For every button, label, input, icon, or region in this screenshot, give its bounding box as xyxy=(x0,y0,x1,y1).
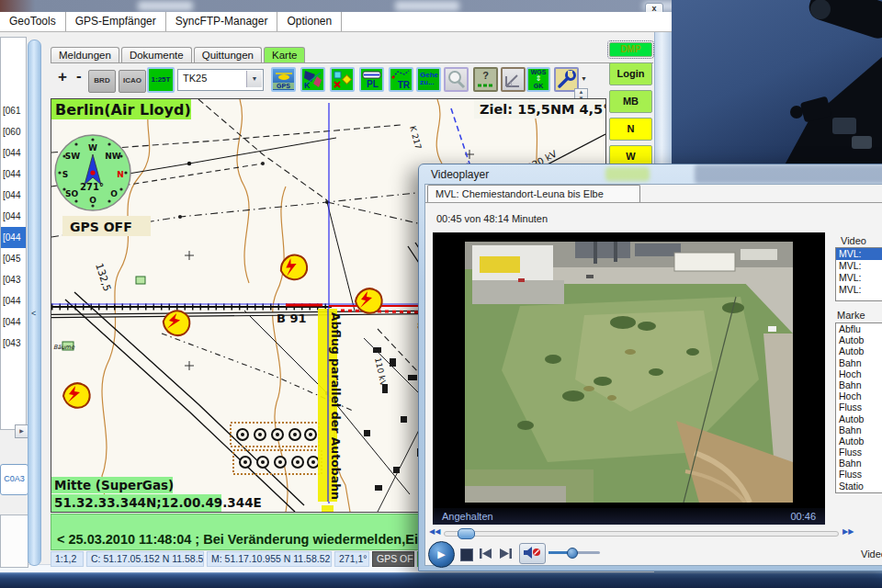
gps-off-label: GPS OFF xyxy=(70,220,132,234)
marker-list-item[interactable]: Fluss xyxy=(836,469,882,480)
marker-toggle-button[interactable] xyxy=(330,67,355,92)
chevron-down-icon[interactable]: ▼ xyxy=(246,71,262,87)
marker-list-item[interactable]: Hoch xyxy=(836,390,882,401)
marker-list-item[interactable]: Autob xyxy=(836,334,882,345)
marker-list-item[interactable]: Abflu xyxy=(836,323,882,334)
stop-button[interactable] xyxy=(460,548,473,561)
status-heading: 271,1° xyxy=(334,551,369,567)
map-series-select[interactable]: TK25 ▼ xyxy=(177,69,264,91)
icao-button[interactable]: ICAO xyxy=(119,70,146,93)
side-button[interactable]: MB xyxy=(609,90,652,113)
gehe-zu-button[interactable]: Gehe zu... xyxy=(416,67,441,92)
video-panel[interactable]: Angehalten 00:46 xyxy=(433,232,825,525)
video-tab[interactable]: MVL: Chemiestandort-Leuna bis Elbe xyxy=(427,185,640,202)
message-id-list[interactable]: [061[060[044[044[044[044[044[045[043[044… xyxy=(0,37,27,430)
video-list-item[interactable]: MVL: xyxy=(836,260,882,272)
menu-item[interactable]: GeoTools xyxy=(0,12,66,31)
svg-text:NW: NW xyxy=(105,152,121,161)
svg-text:N: N xyxy=(117,170,124,179)
brd-button[interactable]: BRD xyxy=(88,70,116,93)
scroll-right-arrow-icon[interactable]: ▶ xyxy=(15,424,28,438)
list-item[interactable]: [043 xyxy=(1,269,26,290)
list-item[interactable]: [060 xyxy=(1,121,26,142)
svg-text:SO: SO xyxy=(65,189,78,198)
volume-thumb[interactable] xyxy=(567,548,578,559)
marker-list-item[interactable]: Hoch xyxy=(836,368,882,379)
marker-list-item[interactable]: Bahn xyxy=(836,424,882,435)
video-list-item[interactable]: MVL: xyxy=(836,272,882,284)
scale-1-25t-button[interactable]: 1:25T xyxy=(147,67,175,93)
list-item[interactable]: [045 xyxy=(1,248,26,269)
collapse-arrow-icon[interactable]: < xyxy=(31,309,36,318)
marker-list-item[interactable]: Bahn xyxy=(836,379,882,390)
marker-list-item[interactable]: Statio xyxy=(836,481,882,492)
measure-button[interactable] xyxy=(501,67,526,92)
sidebar-splitter[interactable]: < xyxy=(28,40,41,566)
tools-dropdown-icon[interactable]: ▼ xyxy=(581,75,587,82)
tab[interactable]: Dokumente xyxy=(121,47,192,62)
zoom-out-button[interactable]: - xyxy=(76,67,82,85)
fast-forward-icon[interactable]: ▶▶ xyxy=(842,527,854,536)
list-item[interactable]: [044 xyxy=(1,290,26,311)
zoom-in-button[interactable]: + xyxy=(58,68,67,86)
help-button[interactable]: ? xyxy=(473,67,498,92)
warning-marker-icon[interactable] xyxy=(278,253,310,282)
menu-item[interactable]: Optionen xyxy=(277,12,342,31)
gps-follow-button[interactable]: GPS xyxy=(271,67,296,92)
tab[interactable]: Quittungen xyxy=(194,47,262,62)
warning-marker-icon[interactable] xyxy=(63,383,90,408)
list-item[interactable]: [044 xyxy=(1,164,26,185)
side-button[interactable]: N xyxy=(609,118,652,141)
mute-button[interactable] xyxy=(519,543,546,564)
list-item[interactable]: [044 xyxy=(1,311,26,333)
map-series-value: TK25 xyxy=(183,73,207,84)
karte-button[interactable]: K xyxy=(300,67,325,92)
search-icon[interactable] xyxy=(444,67,469,92)
tab[interactable]: Meldungen xyxy=(51,47,119,62)
marker-list-item[interactable]: Autob xyxy=(836,413,882,424)
side-button[interactable]: Login xyxy=(609,62,652,85)
next-button[interactable] xyxy=(499,548,513,560)
marker-list-item[interactable]: Bahn xyxy=(836,458,882,469)
quick-action-buttons: DMPLoginMBNW xyxy=(609,42,652,173)
list-item[interactable]: [044 xyxy=(1,227,26,248)
aerial-video-frame xyxy=(465,242,793,503)
code-field[interactable]: C0A3 xyxy=(0,464,28,495)
list-item[interactable]: [061 xyxy=(1,100,26,121)
previous-button[interactable] xyxy=(479,548,492,560)
tab[interactable]: Karte xyxy=(264,47,306,62)
list-item[interactable]: [044 xyxy=(1,185,26,206)
seek-track[interactable] xyxy=(444,531,839,537)
seek-bar[interactable]: ◀◀ ▶▶ xyxy=(425,527,857,538)
menu-item[interactable]: GPS-Empfänger xyxy=(66,12,166,31)
side-button[interactable]: DMP xyxy=(609,42,652,57)
play-button[interactable]: ▶ xyxy=(428,541,455,568)
compass-rose: W NW N O O SO S SW 271° xyxy=(55,135,130,210)
video-list[interactable]: MVL:MVL:MVL:MVL: xyxy=(835,247,882,301)
marker-list-item[interactable]: Autob xyxy=(836,345,882,356)
video-list-item[interactable]: MVL: xyxy=(836,284,882,296)
marker-list-item[interactable]: Fluss xyxy=(836,401,882,413)
rewind-icon[interactable]: ◀◀ xyxy=(429,527,440,536)
pl-button[interactable]: PL xyxy=(359,67,384,92)
list-item[interactable]: [044 xyxy=(1,142,26,164)
marker-list-item[interactable]: Autob xyxy=(836,435,882,447)
list-item[interactable]: [043 xyxy=(1,333,26,354)
videoplayer-window[interactable]: Videoplayer MVL: Chemiestandort-Leuna bi… xyxy=(418,164,882,571)
video-list-item[interactable]: MVL: xyxy=(836,248,882,260)
warning-marker-icon[interactable] xyxy=(356,288,382,313)
background-window-band xyxy=(0,571,882,588)
svg-text:S: S xyxy=(62,170,68,179)
playback-status-bar: Angehalten 00:46 xyxy=(433,508,825,525)
marker-list[interactable]: AbfluAutobAutobBahnHochBahnHochFlussAuto… xyxy=(835,322,882,493)
station-label: Berlin(Air Lloyd) xyxy=(55,101,191,119)
svg-text:132,5: 132,5 xyxy=(93,262,113,293)
volume-slider[interactable] xyxy=(548,551,600,554)
list-item[interactable]: [044 xyxy=(1,206,26,227)
menu-item[interactable]: SyncFTP-Manager xyxy=(166,12,278,31)
marker-list-item[interactable]: Bahn xyxy=(836,357,882,368)
marker-list-item[interactable]: Fluss xyxy=(836,447,882,458)
seek-thumb[interactable] xyxy=(458,528,475,539)
tr-button[interactable]: TR xyxy=(389,67,413,92)
wgs-gk-button[interactable]: WGS ⇕ GK xyxy=(526,67,550,92)
